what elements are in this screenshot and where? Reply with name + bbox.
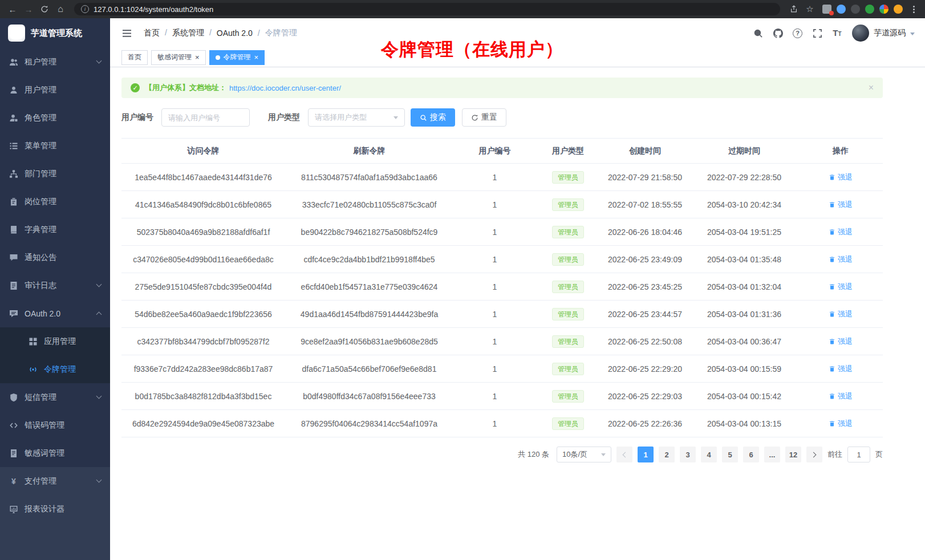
page-button[interactable]: 4 [701,447,717,462]
extension-icon[interactable] [837,5,846,14]
site-info-icon[interactable] [81,5,89,13]
force-logout-button[interactable]: 强退 [829,282,853,292]
sidebar-toggle-icon[interactable] [121,28,132,39]
oauth-submenu: 应用管理 令牌管理 [0,327,110,383]
extension-icon[interactable] [822,5,831,14]
delete-icon [829,366,835,372]
force-logout-button[interactable]: 强退 [829,419,853,429]
address-bar[interactable]: 127.0.0.1:1024/system/oauth2/token [74,3,780,15]
chevron-down-icon [601,453,606,456]
page-content: 【用户体系】文档地址： https://doc.iocoder.cn/user-… [110,67,925,560]
book-icon [9,225,18,234]
sidebar-item-report-designer[interactable]: 报表设计器 [0,495,110,523]
doc-link[interactable]: https://doc.iocoder.cn/user-center/ [229,84,341,92]
sidebar-item-dict[interactable]: 字典管理 [0,216,110,244]
home-icon[interactable] [54,2,67,16]
fullscreen-icon[interactable] [812,28,822,38]
user-menu[interactable]: 芋道源码 [852,25,915,42]
tab-sensitive-words[interactable]: 敏感词管理 [151,50,206,65]
browser-chrome: 127.0.0.1:1024/system/oauth2/token [0,0,925,18]
reload-icon[interactable] [38,2,51,16]
success-check-icon [131,83,140,92]
close-icon[interactable] [869,83,874,93]
goto-page-input[interactable] [847,447,870,462]
goto-label: 前往 [827,449,842,460]
breadcrumb-system[interactable]: 系统管理 [172,28,217,38]
extension-icon[interactable] [865,5,874,14]
breadcrumb-oauth[interactable]: OAuth 2.0 [217,29,265,38]
sidebar-item-error-code[interactable]: 错误码管理 [0,411,110,439]
page-button[interactable]: 1 [638,447,654,462]
sidebar-item-oauth-apps[interactable]: 应用管理 [0,327,110,355]
delete-icon [829,393,835,400]
user-type-badge: 管理员 [552,335,584,348]
sidebar-item-oauth[interactable]: OAuth 2.0 [0,299,110,327]
breadcrumb: 首页 系统管理 OAuth 2.0 令牌管理 [144,28,297,38]
table-row: 275e5de9151045fe87cbdc395e004f4d e6cfd40… [121,273,883,301]
page-button[interactable]: 6 [743,447,759,462]
sidebar-item-payment[interactable]: 支付管理 [0,467,110,495]
prev-page-button[interactable] [616,447,632,462]
page-button[interactable]: 5 [722,447,738,462]
share-icon[interactable] [787,2,801,16]
user-type-select[interactable]: 请选择用户类型 [308,108,405,127]
help-icon[interactable] [793,29,802,38]
tab-token-management[interactable]: 令牌管理 [209,50,265,65]
table-row: 41c41346a548490f9dc8b01c6bfe0865 333ecfc… [121,191,883,218]
search-icon[interactable] [753,28,763,38]
page-button[interactable]: 3 [680,447,696,462]
bookmark-star-icon[interactable] [803,2,817,16]
tab-home[interactable]: 首页 [121,50,148,65]
sidebar-item-menu[interactable]: 菜单管理 [0,132,110,160]
forward-icon[interactable] [22,2,35,16]
table-row: f9336e7c7dd242a283ee98dc86b17a87 dfa6c71… [121,355,883,383]
sidebar-item-dept[interactable]: 部门管理 [0,160,110,188]
force-logout-button[interactable]: 强退 [829,172,853,182]
close-icon[interactable] [254,54,259,61]
force-logout-button[interactable]: 强退 [829,309,853,319]
page-button[interactable]: 2 [659,447,675,462]
profile-avatar-icon[interactable] [894,5,903,14]
sidebar-item-user[interactable]: 用户管理 [0,76,110,104]
force-logout-button[interactable]: 强退 [829,254,853,265]
extension-icon[interactable] [851,5,860,14]
force-logout-button[interactable]: 强退 [829,200,853,210]
delete-icon [829,256,835,263]
table-row: b0d1785bc3a8482f812db4a3f3bd15ec b0df498… [121,383,883,410]
yen-icon [9,477,18,486]
sidebar-item-tenant[interactable]: 租户管理 [0,48,110,76]
delete-icon [829,283,835,290]
page-button[interactable]: 12 [785,447,801,462]
more-pages-button[interactable]: ... [764,447,780,462]
col-user-type: 用户类型 [536,139,600,164]
sidebar-item-post[interactable]: 岗位管理 [0,188,110,216]
notification-badge [829,11,834,15]
next-page-button[interactable] [806,447,822,462]
url-text: 127.0.0.1:1024/system/oauth2/token [94,5,213,14]
reset-button[interactable]: 重置 [462,108,506,127]
page-size-select[interactable]: 10条/页 [557,447,611,462]
force-logout-button[interactable]: 强退 [829,391,853,401]
user-id-input[interactable] [161,108,250,127]
force-logout-button[interactable]: 强退 [829,364,853,374]
github-icon[interactable] [773,28,783,38]
browser-menu-icon[interactable] [908,3,919,15]
back-icon[interactable] [6,2,19,16]
sidebar-item-notice[interactable]: 通知公告 [0,244,110,271]
document-icon [9,281,18,290]
sidebar-item-audit-log[interactable]: 审计日志 [0,271,110,299]
sidebar-item-oauth-tokens[interactable]: 令牌管理 [0,355,110,383]
force-logout-button[interactable]: 强退 [829,336,853,347]
font-size-icon[interactable] [832,28,842,38]
delete-icon [829,201,835,208]
app-logo[interactable]: 芋道管理系统 [0,18,110,48]
force-logout-button[interactable]: 强退 [829,227,853,237]
sidebar-item-sensitive-words[interactable]: 敏感词管理 [0,439,110,467]
breadcrumb-home[interactable]: 首页 [144,28,172,38]
close-icon[interactable] [195,54,200,61]
user-type-badge: 管理员 [552,417,584,430]
extension-icon[interactable] [879,5,889,14]
sidebar-item-sms[interactable]: 短信管理 [0,383,110,411]
search-button[interactable]: 搜索 [411,108,455,127]
sidebar-item-role[interactable]: 角色管理 [0,104,110,132]
